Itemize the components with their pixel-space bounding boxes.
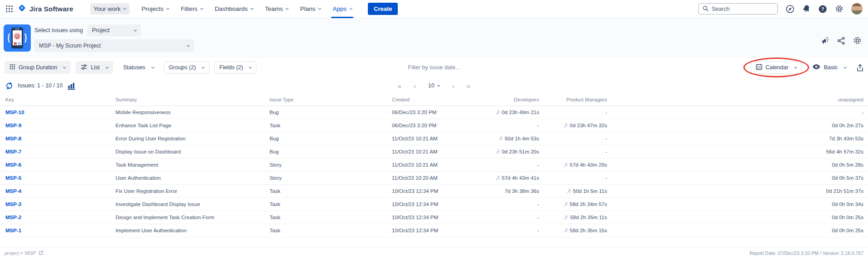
report-date-version: Report Date: 07/Dec/23 3:10 PM / Version… (749, 250, 863, 256)
help-icon[interactable]: ? (818, 5, 827, 14)
issue-key-link[interactable]: MSP-4 (5, 188, 21, 194)
nav-item-dashboards[interactable]: Dashboards (209, 0, 259, 18)
calendar-view-button[interactable]: Calendar (751, 61, 802, 74)
issue-type: Story (264, 158, 386, 172)
share-icon[interactable] (837, 37, 845, 45)
app-switcher-icon[interactable] (5, 5, 13, 13)
global-search[interactable] (698, 3, 778, 14)
issues-count: Issues: 1 - 10 / 10 (18, 82, 63, 89)
jql-query: project = 'MSP' (5, 250, 43, 256)
chevron-down-icon (437, 83, 440, 86)
issue-key-link[interactable]: MSP-3 (5, 201, 21, 207)
issue-summary: Mobile Responsiveness (110, 106, 264, 119)
jira-logo-icon (18, 4, 26, 14)
nav-item-teams[interactable]: Teams (259, 0, 294, 18)
issue-summary: Task Management (110, 158, 264, 172)
external-link-icon[interactable] (39, 250, 43, 256)
top-navigation-bar: Jira Software Your work Projects Filters… (0, 0, 868, 18)
col-key[interactable]: Key (0, 94, 110, 106)
notifications-bell-icon[interactable] (802, 5, 810, 13)
report-toolbar: Group Duration List Statuses Groups (2) … (0, 58, 868, 77)
chevron-down-icon (123, 7, 126, 10)
issue-summary: Enhance Task List Page (110, 119, 264, 132)
developers-duration: - (468, 198, 543, 211)
gadget-settings-gear-icon[interactable] (853, 36, 862, 45)
issues-table-wrap: Key Summary Issue Type Created Developer… (0, 94, 868, 247)
search-input[interactable] (712, 6, 766, 12)
nav-item-apps[interactable]: Apps (327, 0, 358, 18)
product-managers-duration: 58d 2h 35m 11s (543, 211, 611, 224)
eye-icon (812, 63, 820, 72)
issue-key-link[interactable]: MSP-1 (5, 228, 21, 233)
developers-duration: - (468, 224, 543, 237)
unassigned-duration: 0d 0h 2m 27s (611, 119, 868, 132)
next-page-button[interactable]: › (452, 82, 454, 89)
product-managers-duration: - (543, 106, 611, 119)
table-row: MSP-6Task ManagementStory11/Oct/23 10:21… (0, 158, 868, 172)
issue-summary: Display Issue on Dashboard (110, 145, 264, 158)
col-unassigned[interactable]: unassigned (611, 94, 868, 106)
issue-type: Task (264, 211, 386, 224)
prev-page-button[interactable]: ‹ (414, 82, 416, 89)
issue-created: 10/Oct/23 12:34 PM (386, 185, 468, 198)
last-page-button[interactable]: » (467, 82, 470, 89)
issue-created: 10/Oct/23 12:34 PM (386, 198, 468, 211)
developers-duration: - (468, 211, 543, 224)
create-button[interactable]: Create (368, 3, 398, 15)
chevron-down-icon (249, 65, 252, 68)
export-icon[interactable] (857, 64, 863, 72)
unassigned-duration: 0d 0h 0m 34s (611, 198, 868, 211)
col-product-managers[interactable]: Product Managers (543, 94, 611, 106)
settings-gear-icon[interactable] (835, 5, 844, 13)
nav-item-your-work[interactable]: Your work (84, 0, 136, 18)
group-by-button[interactable]: Group Duration (5, 61, 71, 74)
nav-item-filters[interactable]: Filters (175, 0, 209, 18)
user-avatar[interactable] (851, 3, 863, 14)
issue-date-filter-input[interactable] (375, 64, 493, 71)
col-developers[interactable]: Developers (468, 94, 543, 106)
detail-level-button[interactable]: Basic (811, 61, 848, 74)
statuses-button[interactable]: Statuses (118, 61, 159, 74)
chevron-down-icon (200, 7, 203, 10)
bar-chart-icon[interactable] (67, 82, 76, 90)
issue-created: 11/Oct/23 10:21 AM (386, 158, 468, 172)
table-row: MSP-5User AuthenticationStory11/Oct/23 1… (0, 172, 868, 185)
issue-key-link[interactable]: MSP-7 (5, 149, 21, 154)
table-row: MSP-7Display Issue on DashboardBug11/Oct… (0, 145, 868, 158)
runner-icon (498, 136, 503, 141)
nav-item-plans[interactable]: Plans (294, 0, 327, 18)
runner-icon (563, 215, 569, 220)
issue-key-link[interactable]: MSP-6 (5, 162, 21, 168)
view-type-button[interactable]: List (76, 61, 113, 74)
nav-item-projects[interactable]: Projects (135, 0, 175, 18)
refresh-icon[interactable] (5, 82, 13, 90)
chevron-down-icon (318, 7, 321, 10)
issue-key-link[interactable]: MSP-9 (5, 123, 21, 128)
groups-button[interactable]: Groups (2) (164, 61, 210, 74)
developers-duration: 57d 4h 43m 41s (468, 172, 543, 185)
issue-summary: Error During User Registration (110, 132, 264, 145)
runner-icon (495, 110, 501, 115)
runner-icon (563, 123, 569, 128)
source-type-select[interactable]: Project (87, 24, 141, 36)
unassigned-duration: 0d 0h 0m 25s (611, 224, 868, 237)
fields-button[interactable]: Fields (2) (214, 61, 256, 74)
col-issue-type[interactable]: Issue Type (264, 94, 386, 106)
discover-icon[interactable] (786, 5, 795, 14)
chevron-down-icon (187, 43, 190, 47)
project-select[interactable]: MSP - My Scrum Project (34, 39, 194, 52)
issue-key-link[interactable]: MSP-2 (5, 215, 21, 220)
table-row: MSP-1Implement User AuthenticationTask10… (0, 224, 868, 237)
issue-key-link[interactable]: MSP-5 (5, 175, 21, 181)
col-created[interactable]: Created (386, 94, 468, 106)
runner-icon (563, 162, 569, 168)
issue-type: Bug (264, 132, 386, 145)
jira-logo[interactable]: Jira Software (18, 4, 73, 14)
first-page-button[interactable]: « (398, 82, 401, 89)
page-size-select[interactable]: 10 (428, 82, 440, 89)
issue-key-link[interactable]: MSP-10 (5, 110, 24, 115)
unassigned-duration: 0d 21h 51m 37s (611, 185, 868, 198)
issue-key-link[interactable]: MSP-8 (5, 136, 21, 141)
feedback-megaphone-icon[interactable] (820, 36, 829, 45)
col-summary[interactable]: Summary (110, 94, 264, 106)
